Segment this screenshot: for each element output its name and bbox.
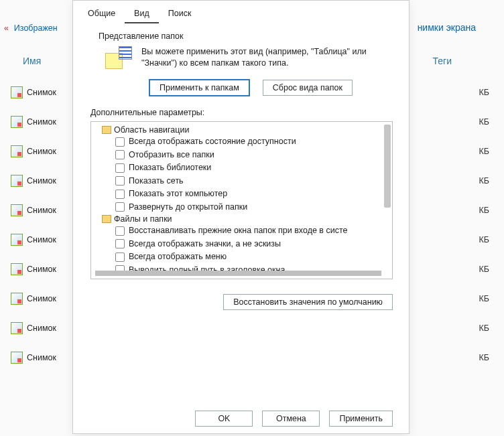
- tab-view[interactable]: Вид: [125, 5, 159, 23]
- option-label: Восстанавливать прежние окна папок при в…: [129, 225, 348, 237]
- tab-search[interactable]: Поиск: [159, 5, 201, 23]
- image-file-icon: [11, 116, 23, 128]
- scrollbar-horizontal[interactable]: [95, 271, 381, 276]
- restore-defaults-button[interactable]: Восстановить значения по умолчанию: [223, 294, 393, 310]
- folder-views-icon: [105, 46, 132, 69]
- checkbox[interactable]: [115, 137, 125, 147]
- file-size: КБ: [479, 147, 494, 156]
- image-file-icon: [11, 204, 23, 216]
- option-label: Развернуть до открытой папки: [129, 202, 247, 214]
- checkbox[interactable]: [115, 202, 125, 212]
- advanced-option[interactable]: Показать библиотеки: [95, 161, 388, 175]
- breadcrumb-label[interactable]: Изображен: [14, 23, 58, 33]
- file-size: КБ: [479, 353, 494, 362]
- scrollbar-vertical[interactable]: [384, 125, 391, 208]
- advanced-option[interactable]: Отобразить все папки: [95, 149, 388, 162]
- breadcrumb-back-icon[interactable]: «: [4, 23, 9, 33]
- advanced-option[interactable]: Развернуть до открытой папки: [95, 201, 388, 214]
- checkbox[interactable]: [115, 190, 125, 199]
- file-size: КБ: [479, 206, 494, 215]
- advanced-option[interactable]: Всегда отображать состояние доступности: [95, 135, 388, 149]
- file-size: КБ: [479, 117, 494, 127]
- folder-views-section: Вы можете применить этот вид (например, …: [73, 46, 409, 73]
- group-navigation-pane: Область навигации: [95, 125, 388, 135]
- column-header-tags[interactable]: Теги: [433, 56, 452, 66]
- file-size: КБ: [479, 323, 494, 333]
- advanced-settings-label: Дополнительные параметры:: [73, 106, 409, 121]
- dialog-tabs: Общие Вид Поиск: [73, 1, 409, 23]
- image-file-icon: [11, 293, 23, 305]
- breadcrumb-right[interactable]: нимки экрана: [418, 22, 476, 33]
- folder-options-dialog: Общие Вид Поиск Представление папок Вы м…: [72, 0, 410, 434]
- option-label: Показать этот компьютер: [129, 188, 227, 200]
- checkbox[interactable]: [115, 239, 125, 248]
- image-file-icon: [11, 234, 23, 246]
- advanced-option[interactable]: Показать сеть: [95, 175, 388, 188]
- advanced-option[interactable]: Всегда отображать меню: [95, 250, 388, 264]
- file-size: КБ: [479, 294, 494, 303]
- file-size: КБ: [479, 88, 494, 97]
- image-file-icon: [11, 263, 23, 275]
- checkbox[interactable]: [115, 176, 125, 186]
- option-label: Всегда отображать состояние доступности: [129, 136, 296, 148]
- option-label: Всегда отображать меню: [129, 251, 227, 263]
- checkbox[interactable]: [115, 150, 125, 159]
- group-files-and-folders: Файлы и папки: [95, 214, 388, 224]
- column-header-name[interactable]: Имя: [23, 56, 41, 66]
- folder-icon: [102, 126, 111, 134]
- tab-general[interactable]: Общие: [78, 5, 125, 23]
- checkbox[interactable]: [115, 252, 125, 262]
- advanced-settings-box[interactable]: Область навигации Всегда отображать сост…: [90, 121, 393, 279]
- image-file-icon: [11, 86, 23, 98]
- file-size: КБ: [479, 176, 494, 186]
- image-file-icon: [11, 352, 23, 364]
- file-size: КБ: [479, 235, 494, 244]
- image-file-icon: [11, 145, 23, 157]
- option-label: Показать библиотеки: [129, 162, 211, 174]
- checkbox[interactable]: [115, 163, 125, 173]
- reset-folders-button[interactable]: Сброс вида папок: [263, 80, 353, 96]
- image-file-icon: [11, 322, 23, 334]
- ok-button[interactable]: OK: [195, 411, 253, 427]
- apply-to-folders-button[interactable]: Применить к папкам: [149, 80, 249, 96]
- folder-icon: [102, 215, 111, 223]
- advanced-option[interactable]: Восстанавливать прежние окна папок при в…: [95, 224, 388, 238]
- option-label: Показать сеть: [129, 175, 184, 188]
- file-size: КБ: [479, 265, 494, 274]
- folder-views-desc: Вы можете применить этот вид (например, …: [141, 46, 393, 69]
- checkbox[interactable]: [115, 226, 125, 236]
- option-label: Всегда отображать значки, а не эскизы: [129, 238, 281, 250]
- breadcrumb[interactable]: « Изображен: [4, 22, 58, 33]
- image-file-icon: [11, 175, 23, 187]
- dialog-footer: OK Отмена Применить: [73, 411, 409, 427]
- advanced-option[interactable]: Всегда отображать значки, а не эскизы: [95, 238, 388, 251]
- apply-button[interactable]: Применить: [329, 411, 393, 427]
- folder-views-heading: Представление папок: [73, 23, 409, 46]
- option-label: Отобразить все папки: [129, 149, 214, 161]
- advanced-option[interactable]: Показать этот компьютер: [95, 188, 388, 201]
- cancel-button[interactable]: Отмена: [262, 411, 320, 427]
